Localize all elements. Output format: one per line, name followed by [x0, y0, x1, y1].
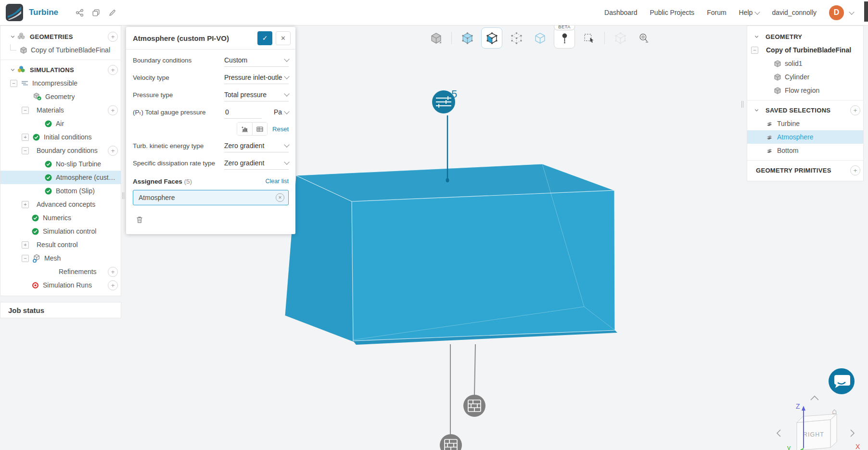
field-label: Velocity type	[133, 74, 224, 81]
axis-x: X	[845, 443, 860, 450]
chevron-down-icon	[284, 74, 289, 79]
panel-resize-handle[interactable]	[741, 101, 745, 108]
turb-kinetic-select[interactable]: Zero gradient	[224, 139, 289, 152]
duplicate-icon[interactable]	[91, 8, 101, 17]
rotate-left-icon[interactable]	[777, 430, 780, 437]
svg-text:Z: Z	[796, 402, 800, 410]
remove-face-icon[interactable]: ✕	[276, 193, 284, 202]
field-label: Turb. kinetic energy type	[133, 142, 224, 150]
reset-link[interactable]: Reset	[272, 125, 289, 133]
edit-icon[interactable]	[107, 8, 117, 17]
box-front-face[interactable]	[352, 190, 615, 341]
boundary-conditions-select[interactable]: Custom	[224, 54, 289, 67]
probe-marker-count: 5	[451, 88, 457, 100]
wall-marker-2[interactable]	[440, 344, 462, 450]
select-vertices-icon[interactable]	[507, 28, 526, 48]
share-icon[interactable]	[75, 8, 84, 17]
rotate-right-icon[interactable]	[851, 430, 854, 437]
username[interactable]: david_connolly	[772, 9, 817, 16]
table-input-button[interactable]	[252, 123, 267, 135]
clear-list-link[interactable]: Clear list	[265, 178, 289, 185]
assigned-face-chip[interactable]: Atmosphere ✕	[133, 190, 289, 205]
velocity-type-select[interactable]: Pressure inlet-outle	[224, 71, 289, 84]
field-label: Pressure type	[133, 91, 224, 99]
chevron-down-icon	[284, 91, 289, 96]
svg-text:y: y	[787, 444, 791, 450]
chevron-down-icon[interactable]	[849, 9, 854, 14]
chevron-down-icon	[755, 9, 760, 14]
select-volumes-icon[interactable]	[458, 28, 477, 48]
project-title: Turbine	[29, 8, 58, 17]
measure-icon[interactable]	[634, 28, 653, 48]
field-label: Boundary conditions	[133, 57, 224, 64]
svg-text:X: X	[855, 443, 860, 450]
isolate-geometry-icon	[611, 28, 630, 48]
field-label: Specific dissipation rate type	[133, 160, 224, 167]
dissipation-select[interactable]: Zero gradient	[224, 157, 289, 170]
field-label: (Pₜ) Total gauge pressure	[133, 108, 224, 116]
atmosphere-box[interactable]	[285, 164, 617, 345]
box-select-icon[interactable]	[579, 28, 599, 48]
viewport-toolbar: BETA	[426, 26, 653, 50]
gauge-pressure-input[interactable]	[224, 106, 262, 119]
nav-forum[interactable]: Forum	[707, 9, 726, 16]
render-mode-icon[interactable]	[426, 28, 446, 48]
top-bar: Turbine Dashboard Public Projects Forum …	[0, 0, 868, 25]
toolbar-separator	[604, 32, 605, 44]
panel-resize-handle[interactable]	[122, 192, 126, 199]
wall-marker-1[interactable]	[463, 344, 485, 417]
close-icon: ✕	[281, 35, 286, 42]
unit-select[interactable]: Pa	[274, 108, 289, 116]
orientation-widget[interactable]: ⌂ RIGHT Z y X	[777, 396, 860, 450]
select-edges-icon[interactable]	[530, 28, 549, 48]
chevron-down-icon	[284, 109, 289, 114]
sliders-icon	[436, 96, 451, 108]
close-button[interactable]: ✕	[276, 31, 291, 45]
scrollbar-thumb[interactable]	[864, 1, 868, 22]
nav-help[interactable]: Help	[739, 9, 760, 16]
orientation-face-label: RIGHT	[803, 431, 824, 438]
chart-input-button[interactable]	[237, 123, 252, 135]
pressure-type-select[interactable]: Total pressure	[224, 88, 289, 101]
nav-dashboard[interactable]: Dashboard	[604, 9, 638, 16]
probe-point-icon[interactable]: BETA	[554, 27, 575, 49]
nav-public-projects[interactable]: Public Projects	[650, 9, 695, 16]
intercom-button[interactable]	[829, 368, 855, 394]
chevron-down-icon	[284, 159, 289, 164]
rotate-up-icon[interactable]	[811, 396, 818, 400]
toolbar-separator	[451, 32, 452, 44]
boundary-condition-dialog: Atmosphere (custom PI-VO) ✓ ✕ Boundary c…	[126, 27, 295, 234]
avatar[interactable]: D	[829, 5, 844, 20]
chevron-down-icon	[284, 56, 289, 62]
select-faces-icon[interactable]	[481, 27, 502, 49]
check-icon: ✓	[262, 34, 268, 42]
delete-button[interactable]	[133, 213, 146, 226]
assigned-faces-label: Assigned Faces (5)	[133, 178, 265, 185]
app-logo-icon[interactable]	[6, 4, 23, 21]
chevron-down-icon	[284, 142, 289, 147]
confirm-button[interactable]: ✓	[257, 31, 272, 45]
dialog-title: Atmosphere (custom PI-VO)	[133, 34, 257, 42]
